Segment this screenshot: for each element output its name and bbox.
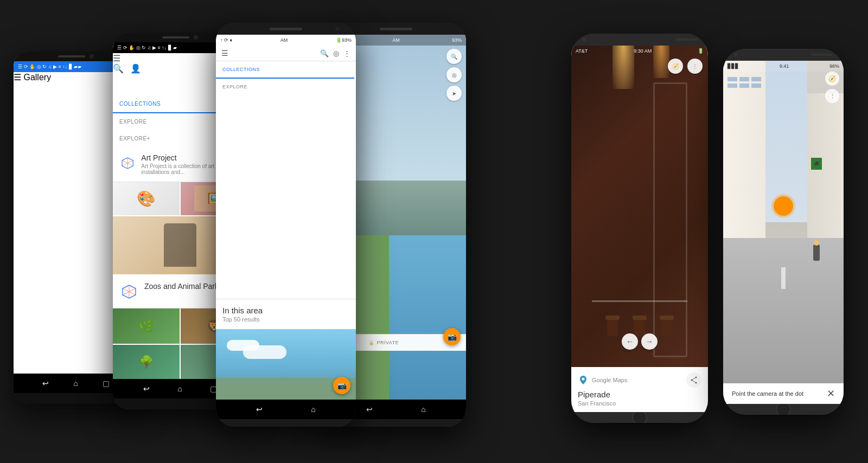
phone1-hamburger-icon[interactable]: ☰ — [14, 73, 21, 82]
phone6-time: 9:41 — [780, 63, 789, 69]
phone6-bottom — [723, 404, 844, 415]
search-btn[interactable]: 🔍 — [446, 49, 462, 64]
window3 — [751, 77, 761, 81]
phone2-camera — [194, 35, 198, 40]
phone3-speaker — [270, 28, 302, 30]
phone1-recents-icon[interactable]: ▢ — [103, 379, 110, 388]
tab-private4[interactable]: 🔒 PRIVATE — [362, 335, 405, 351]
more-btn[interactable]: ⋮ — [687, 59, 703, 74]
phone3-top — [216, 23, 356, 35]
phone3-map-toolbar: ☰ 🔍 ◎ ⋮ — [216, 46, 356, 61]
phone5-time: 9:30 AM — [634, 48, 652, 54]
window5 — [739, 83, 749, 88]
phone5-speaker — [675, 38, 697, 41]
ar-more-icon[interactable]: ⋮ — [825, 89, 839, 103]
phone6-ar-bg: ⬛ 🧭 ⋮ — [723, 61, 844, 383]
phone6-status-bar: ▊▊▊ 9:41 96% — [723, 61, 844, 72]
phone6-battery: 96% — [829, 63, 839, 69]
phone4-home-icon[interactable]: ⌂ — [421, 405, 425, 414]
phone4-battery: 93% — [452, 37, 462, 43]
phone5-bottom — [571, 412, 708, 423]
phone1-title: Gallery — [23, 73, 51, 82]
gm-place-sub: San Francisco — [578, 400, 701, 407]
navigate-btn[interactable]: ➤ — [446, 86, 462, 101]
phone6-camera — [734, 53, 737, 56]
window1 — [727, 77, 737, 81]
svg-line-7 — [692, 377, 696, 380]
phone2-user-icon[interactable]: 👤 — [130, 63, 141, 74]
window4 — [727, 83, 737, 88]
phone3-back-icon[interactable]: ↩ — [256, 405, 263, 414]
phone2-hamburger-icon[interactable]: ☰ — [113, 54, 120, 63]
phone2-search-icon[interactable]: 🔍 — [113, 63, 124, 74]
phone3-hamburger-icon[interactable]: ☰ — [221, 49, 228, 57]
phone5-camera — [582, 38, 585, 41]
phone3: ↑ ⟳ ♦ AM 🔋93% ☰ 🔍 ◎ ⋮ Kazakhstan — [216, 23, 356, 427]
phone3-home-icon[interactable]: ⌂ — [311, 405, 315, 414]
phone3-status-bar: ↑ ⟳ ♦ AM 🔋93% — [216, 35, 356, 46]
art-project-icon — [119, 153, 136, 173]
nav-right-arrow[interactable]: → — [641, 333, 658, 350]
phone3-status-left: ↑ ⟳ ♦ — [220, 37, 232, 43]
phone3-time: AM — [280, 37, 288, 43]
phone3-bottom — [216, 419, 356, 427]
phone2-back-icon[interactable]: ↩ — [143, 384, 150, 393]
window2 — [739, 77, 749, 81]
share-btn[interactable] — [686, 372, 701, 388]
ar-instruction-text: Point the camera at the dot — [732, 390, 821, 397]
phone6-speaker — [811, 54, 833, 56]
phone4-camera-fab[interactable]: 📷 — [443, 328, 461, 345]
area-camera-fab[interactable]: 📷 — [333, 377, 350, 394]
ar-compass-icon[interactable]: 🧭 — [825, 72, 839, 86]
phone5-top-actions: 🧭 ⋮ — [668, 59, 703, 74]
svg-line-8 — [692, 380, 696, 383]
zoos-title: Zoos and Animal Parks — [144, 282, 222, 291]
zoos-icon — [119, 282, 139, 301]
target-btn[interactable]: ◎ — [446, 67, 462, 82]
restaurant-interior: ← → — [571, 46, 708, 412]
zoo-img1: 🌿 — [113, 308, 180, 344]
phone6-ar-top-icons: 🧭 ⋮ — [825, 72, 839, 103]
art-img1: 🎨 — [113, 182, 180, 215]
tab-collections3[interactable]: COLLECTIONS — [216, 61, 354, 79]
phone1-back-icon[interactable]: ↩ — [42, 379, 49, 388]
phone5-restaurant-bg: ← → — [571, 46, 708, 412]
phone5-top — [571, 34, 708, 46]
google-maps-logo — [578, 375, 589, 385]
phone3-area-thumb: 📷 — [216, 329, 356, 400]
tab-explore3[interactable]: EXPLORE — [216, 79, 354, 95]
phone3-menu-icon[interactable]: ⋮ — [343, 49, 350, 57]
lock-icon: 🔒 — [368, 340, 375, 345]
phone3-wrapper: ↑ ⟳ ♦ AM 🔋93% ☰ 🔍 ◎ ⋮ Kazakhstan — [216, 23, 356, 427]
gm-logo-row: Google Maps — [578, 375, 627, 385]
phone4-back-icon[interactable]: ↩ — [366, 405, 373, 414]
art-silhouette — [164, 223, 196, 267]
private-label: PRIVATE — [377, 340, 399, 345]
ar-close-btn[interactable]: ✕ — [827, 388, 835, 400]
area-clouds2 — [243, 345, 286, 359]
svg-point-3 — [582, 378, 585, 381]
phone6-screen: ▊▊▊ 9:41 96% — [723, 61, 844, 404]
phone6-top — [723, 49, 844, 61]
ar-sign: ⬛ — [811, 158, 822, 170]
nav-arrows: ← → — [622, 333, 658, 350]
street-marking — [781, 267, 786, 289]
phone1-camera — [90, 54, 94, 59]
window6 — [751, 83, 761, 88]
gm-place-name: Piperade — [578, 390, 701, 399]
rest-chair1 — [607, 320, 618, 336]
phone3-screen: ↑ ⟳ ♦ AM 🔋93% ☰ 🔍 ◎ ⋮ Kazakhstan — [216, 35, 356, 400]
phone3-in-area-card[interactable]: In this area Top 50 results — [216, 299, 356, 329]
nav-left-arrow[interactable]: ← — [622, 333, 638, 350]
phone3-search-icon[interactable]: 🔍 — [320, 49, 329, 57]
phone1-speaker — [58, 55, 85, 57]
in-area-sub: Top 50 results — [222, 316, 349, 323]
phone3-target-icon[interactable]: ◎ — [333, 49, 339, 57]
phone1-home-icon[interactable]: ⌂ — [73, 379, 78, 388]
compass-btn[interactable]: 🧭 — [668, 59, 683, 74]
phone6-signal: ▊▊▊ — [727, 63, 739, 69]
phone3-toolbar-icons: 🔍 ◎ ⋮ — [320, 49, 350, 57]
phone4-map-actions: 🔍 ◎ ➤ — [446, 49, 462, 101]
phone2-home-icon[interactable]: ⌂ — [177, 384, 182, 393]
phone2-status-icons: ☰ ⟳ ✋ ◎ ↻ ♫ ▶ ≡ ↑↓ ▊ ▰ — [117, 45, 177, 50]
